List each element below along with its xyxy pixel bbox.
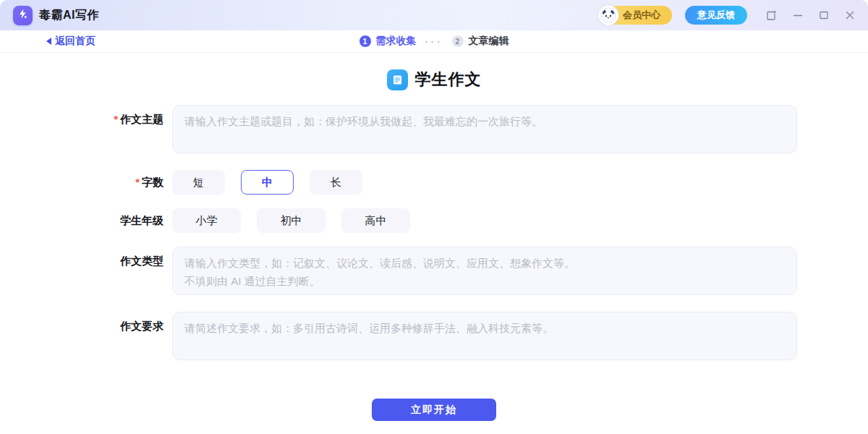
field-label-word-count: *字数 [71,176,163,190]
step-requirements: 1 需求收集 [359,35,417,48]
step-1-number: 1 [359,35,371,47]
member-center-button[interactable]: 会员中心 [601,6,672,25]
form-row-word-count: *字数 短 中 长 [71,170,797,195]
essay-topic-input[interactable] [172,105,797,153]
grade-options: 小学 初中 高中 [172,208,410,233]
grade-junior-button[interactable]: 初中 [257,208,326,233]
maximize-icon[interactable] [819,10,829,20]
page-title: 学生作文 [415,69,482,90]
field-label-topic: *作文主题 [71,105,163,156]
word-count-options: 短 中 长 [172,170,362,195]
step-2-number: 2 [452,35,464,47]
step-indicator: 1 需求收集 ··· 2 文章编辑 [359,35,509,48]
title-bar: 毒霸AI写作 会员中心 意见反馈 [0,0,868,30]
field-label-grade: 学生年级 [71,214,163,228]
page-header: 学生作文 [387,69,482,90]
step-dots: ··· [425,36,443,47]
back-home-link[interactable]: 返回首页 [46,35,95,48]
close-icon[interactable] [845,10,855,20]
mascot-face-icon [598,5,618,25]
word-count-long-button[interactable]: 长 [310,170,362,195]
form-row-grade: 学生年级 小学 初中 高中 [71,208,797,233]
essay-type-input[interactable] [172,247,797,295]
new-window-icon[interactable] [766,10,777,21]
step-2-label: 文章编辑 [469,35,509,48]
main-content: 学生作文 *作文主题 *字数 短 中 长 [0,53,868,434]
back-home-label: 返回首页 [55,35,95,48]
essay-requirements-input[interactable] [172,312,797,360]
step-editing: 2 文章编辑 [452,35,509,48]
lightning-bolt-icon [17,8,29,23]
left-arrow-icon [46,38,51,45]
step-1-label: 需求收集 [376,35,417,48]
form-row-type: 作文类型 [71,247,797,298]
app-title: 毒霸AI写作 [39,8,99,23]
window-controls [766,10,855,21]
field-label-requirements: 作文要求 [71,312,163,363]
required-asterisk: * [135,176,140,188]
grade-senior-button[interactable]: 高中 [341,208,410,233]
word-count-short-button[interactable]: 短 [172,170,225,195]
word-count-medium-button[interactable]: 中 [241,170,294,195]
feedback-label: 意见反馈 [697,9,735,22]
form-row-requirements: 作文要求 [71,312,797,363]
form-row-topic: *作文主题 [71,105,797,156]
nav-bar: 返回首页 1 需求收集 ··· 2 文章编辑 [0,30,868,53]
feedback-button[interactable]: 意见反馈 [685,6,747,25]
field-label-type: 作文类型 [71,247,163,298]
app-window: 毒霸AI写作 会员中心 意见反馈 [0,0,868,434]
app-logo [13,6,33,25]
essay-form: *作文主题 *字数 短 中 长 学生年级 [71,105,797,377]
required-asterisk: * [114,113,118,125]
minimize-icon[interactable] [793,10,803,20]
document-icon [387,69,408,90]
grade-primary-button[interactable]: 小学 [172,208,241,233]
start-now-button[interactable]: 立即开始 [372,399,496,421]
member-center-label: 会员中心 [623,9,660,22]
